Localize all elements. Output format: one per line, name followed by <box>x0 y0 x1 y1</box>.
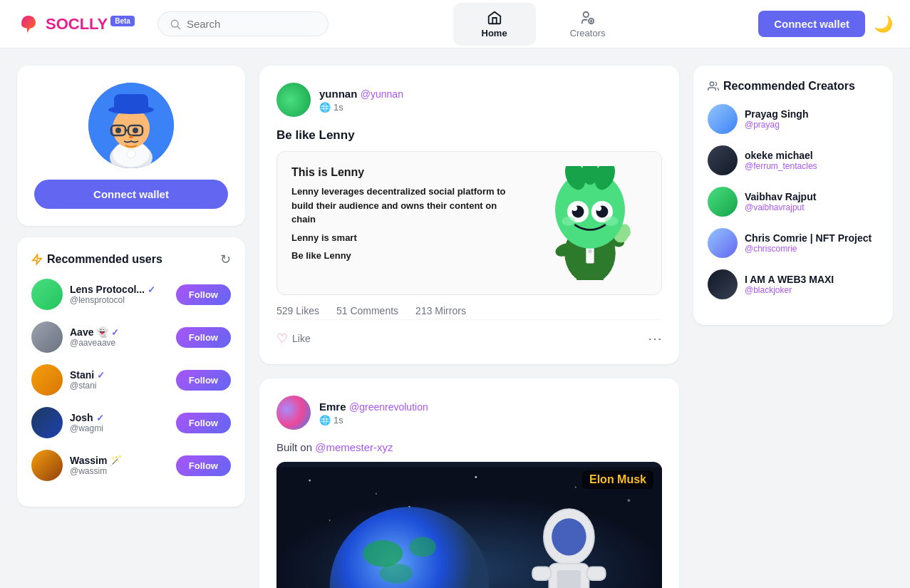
svg-rect-21 <box>591 270 604 280</box>
post-time: 🌐 1s <box>319 102 662 113</box>
post-user-info-2: Emre @greenrevolution 🌐 1s <box>319 401 662 425</box>
creator-name[interactable]: Chris Comrie | NFT Project <box>745 232 879 244</box>
svg-point-46 <box>475 476 477 478</box>
svg-marker-18 <box>33 254 41 264</box>
tab-creators-label: Creators <box>570 28 606 38</box>
lightning-icon <box>31 254 43 265</box>
user-info: Stani✓ @stani <box>70 369 169 391</box>
creator-handle[interactable]: @chriscomrie <box>745 244 879 254</box>
creator-name[interactable]: I AM A WEB3 MAXI <box>745 274 879 285</box>
verified-icon: ✓ <box>111 327 119 338</box>
recommended-users-header: Recommended users ↻ <box>31 252 231 267</box>
post-time-2: 🌐 1s <box>319 415 662 425</box>
creator-info: Vaibhav Rajput @vaibhavrajput <box>745 191 879 212</box>
creator-handle[interactable]: @prayag <box>745 120 879 130</box>
svg-point-47 <box>575 486 576 488</box>
svg-line-1 <box>177 26 180 29</box>
svg-point-54 <box>380 564 413 584</box>
dark-mode-toggle[interactable]: 🌙 <box>874 15 893 33</box>
creator-avatar <box>708 145 738 175</box>
follow-button[interactable]: Follow <box>176 370 231 391</box>
creators-list: Prayag Singh @prayag okeke michael @ferr… <box>708 104 879 299</box>
creators-icon <box>580 10 596 26</box>
creator-item: okeke michael @ferrum_tentacles <box>708 145 879 175</box>
svg-rect-59 <box>587 567 606 580</box>
connect-wallet-sidebar-button[interactable]: Connect wallet <box>34 180 228 209</box>
like-button[interactable]: ♡ Like <box>276 331 311 346</box>
post-header-2: Emre @greenrevolution 🌐 1s <box>276 396 662 430</box>
post-author-name[interactable]: yunnan <box>319 88 357 100</box>
creator-name[interactable]: okeke michael <box>745 150 879 161</box>
creator-info: okeke michael @ferrum_tentacles <box>745 150 879 171</box>
logo[interactable]: SOCLLY Beta <box>17 13 135 36</box>
tab-home[interactable]: Home <box>453 3 536 46</box>
logo-icon <box>17 13 40 36</box>
user-handle: @wagmi <box>70 423 169 433</box>
post-author-row-2: Emre @greenrevolution <box>319 401 662 413</box>
follow-button[interactable]: Follow <box>176 284 231 305</box>
svg-point-42 <box>605 217 619 226</box>
post-stats: 529 Likes 51 Comments 213 Mirrors <box>276 295 662 316</box>
creator-handle[interactable]: @vaibhavrajput <box>745 202 879 212</box>
creator-item: I AM A WEB3 MAXI @blackjoker <box>708 269 879 299</box>
users-list: Lens Protocol...✓ @lensprotocol Follow A… <box>31 279 231 481</box>
logo-text: SOCLLY <box>46 15 108 33</box>
sidebar-left: Connect wallet Recommended users ↻ Lens … <box>17 66 245 588</box>
post-author-handle-2[interactable]: @greenrevolution <box>349 401 428 413</box>
recommended-users-title: Recommended users <box>31 253 162 266</box>
tab-creators[interactable]: Creators <box>542 3 634 46</box>
user-avatar <box>31 364 63 396</box>
creator-item: Chris Comrie | NFT Project @chriscomrie <box>708 228 879 258</box>
search-bar[interactable] <box>157 11 329 36</box>
post-author-name-2[interactable]: Emre <box>319 401 346 413</box>
globe-icon: 🌐 <box>319 102 331 113</box>
more-options-button[interactable]: ⋯ <box>648 330 662 347</box>
post2-body: Built on @memester-xyz <box>276 441 662 453</box>
user-item: Aave 👻✓ @aaveaave Follow <box>31 321 231 353</box>
nav-right: Connect wallet 🌙 <box>758 11 893 37</box>
follow-button[interactable]: Follow <box>176 413 231 433</box>
verified-icon: ✓ <box>96 413 104 423</box>
search-input[interactable] <box>187 18 301 30</box>
follow-button[interactable]: Follow <box>176 455 231 476</box>
connect-wallet-button[interactable]: Connect wallet <box>758 11 865 37</box>
creator-name[interactable]: Prayag Singh <box>745 108 879 120</box>
user-item: Stani✓ @stani Follow <box>31 364 231 396</box>
creator-info: I AM A WEB3 MAXI @blackjoker <box>745 274 879 295</box>
creator-info: Chris Comrie | NFT Project @chriscomrie <box>745 232 879 254</box>
lenny-card: This is Lenny Lenny leverages decentrali… <box>276 151 662 295</box>
user-name: Wassim 🪄 <box>70 455 169 466</box>
user-info: Aave 👻✓ @aaveaave <box>70 326 169 348</box>
creator-item: Prayag Singh @prayag <box>708 104 879 134</box>
search-icon <box>170 19 181 30</box>
svg-rect-62 <box>557 570 581 588</box>
creator-handle[interactable]: @ferrum_tentacles <box>745 161 879 171</box>
post-author-handle[interactable]: @yunnan <box>361 88 403 100</box>
svg-point-63 <box>710 82 713 86</box>
creator-handle[interactable]: @blackjoker <box>745 285 879 295</box>
user-handle: @stani <box>70 381 169 391</box>
post-user-info: yunnan @yunnan 🌐 1s <box>319 88 662 113</box>
likes-count[interactable]: 529 Likes <box>276 305 319 316</box>
mention-link[interactable]: @memester-xyz <box>315 441 393 453</box>
comments-count[interactable]: 51 Comments <box>336 305 398 316</box>
creator-avatar <box>708 187 738 217</box>
follow-button[interactable]: Follow <box>176 327 231 348</box>
user-info: Lens Protocol...✓ @lensprotocol <box>70 284 169 305</box>
navbar: SOCLLY Beta Home Creators Co <box>0 0 910 48</box>
verified-icon: ✓ <box>148 284 155 295</box>
mirrors-count[interactable]: 213 Mirrors <box>415 305 466 316</box>
post2-image: Elon Musk <box>276 462 662 588</box>
user-handle: @wassim <box>70 466 169 476</box>
user-name: Stani✓ <box>70 369 169 381</box>
lenny-line-1: Lenny leverages decentralized social pla… <box>291 185 522 227</box>
user-info: Josh✓ @wagmi <box>70 412 169 433</box>
user-item: Josh✓ @wagmi Follow <box>31 407 231 438</box>
user-avatar <box>31 279 63 310</box>
user-name: Aave 👻✓ <box>70 326 169 338</box>
creator-name[interactable]: Vaibhav Rajput <box>745 191 879 202</box>
lenny-image <box>533 166 647 280</box>
user-item: Lens Protocol...✓ @lensprotocol Follow <box>31 279 231 310</box>
lenny-line-3: Be like Lenny <box>291 249 522 263</box>
refresh-icon[interactable]: ↻ <box>220 252 231 267</box>
